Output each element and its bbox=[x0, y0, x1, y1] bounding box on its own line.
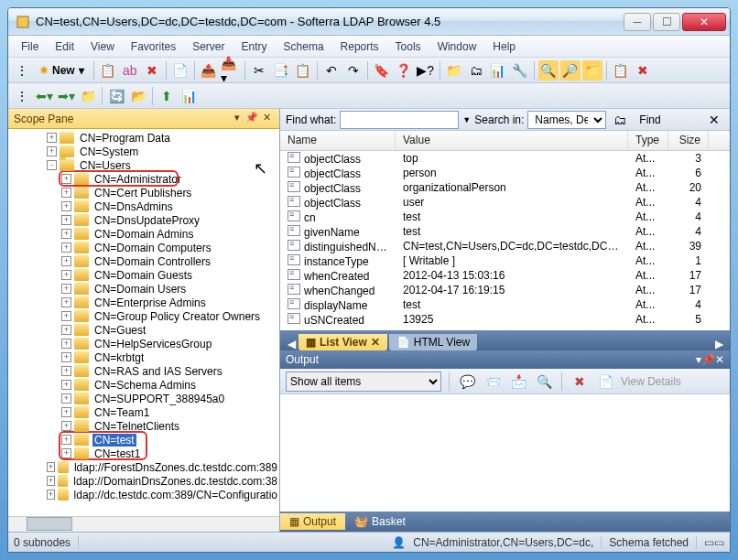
search2-icon[interactable]: 🔎 bbox=[560, 60, 581, 81]
forward-button[interactable]: ➡▾ bbox=[56, 86, 76, 106]
menu-tools[interactable]: Tools bbox=[388, 38, 429, 55]
filter-icon[interactable]: 📋 bbox=[611, 60, 631, 81]
close-button[interactable]: ✕ bbox=[682, 13, 726, 31]
tab-htmlview[interactable]: 📄HTML View bbox=[389, 334, 477, 350]
close-tab-icon[interactable]: ✕ bbox=[371, 336, 380, 349]
close-pane-icon[interactable]: ✕ bbox=[259, 112, 274, 126]
out-delete-icon[interactable]: ✖ bbox=[570, 372, 590, 392]
tree-node[interactable]: +CN=test bbox=[8, 433, 279, 447]
delete-icon[interactable]: ✖ bbox=[142, 60, 162, 81]
context-help-icon[interactable]: ▶? bbox=[416, 60, 436, 81]
minimize-button[interactable]: ─ bbox=[624, 13, 651, 31]
list-row[interactable]: givenNametestAt...4 bbox=[280, 224, 730, 239]
list-row[interactable]: objectClassorganizationalPersonAt...20 bbox=[280, 180, 730, 195]
import-icon[interactable]: 📥▾ bbox=[221, 60, 241, 81]
tree-node[interactable]: +CN=Domain Guests bbox=[8, 268, 279, 282]
list-row[interactable]: objectClassuserAt...4 bbox=[280, 195, 730, 210]
expand-icon[interactable]: + bbox=[47, 476, 55, 486]
tree-node[interactable]: +CN=Cert Publishers bbox=[8, 186, 279, 199]
tree-node[interactable]: +CN=Schema Admins bbox=[8, 378, 279, 392]
menu-favorites[interactable]: Favorites bbox=[124, 38, 183, 55]
list-row[interactable]: displayNametestAt...4 bbox=[280, 297, 730, 312]
expand-icon[interactable]: + bbox=[61, 393, 71, 404]
expand-icon[interactable]: + bbox=[61, 188, 71, 198]
expand-icon[interactable]: + bbox=[47, 462, 55, 472]
close-find-icon[interactable]: ✕ bbox=[704, 110, 724, 130]
h-scrollbar[interactable] bbox=[8, 516, 279, 532]
tree-node[interactable]: +CN=DnsUpdateProxy bbox=[8, 213, 279, 227]
tree-node[interactable]: +CN=Domain Admins bbox=[8, 227, 279, 241]
tree-node[interactable]: +CN=Group Policy Creator Owners bbox=[8, 309, 279, 323]
tab-left-arrow-icon[interactable]: ◀ bbox=[284, 338, 298, 350]
tool-d-icon[interactable]: 🔧 bbox=[510, 60, 530, 81]
col-type[interactable]: Type bbox=[628, 131, 668, 150]
out-icon-4[interactable]: 🔍 bbox=[534, 372, 554, 392]
bookmark-icon[interactable]: 🔖 bbox=[372, 60, 392, 81]
properties-icon[interactable]: 📄 bbox=[170, 60, 190, 81]
expand-icon[interactable]: + bbox=[61, 229, 71, 239]
copy-dn-icon[interactable]: 📋 bbox=[98, 60, 118, 81]
tree-node[interactable]: +CN=Team1 bbox=[8, 405, 279, 419]
dropdown-icon[interactable]: ▾ bbox=[230, 112, 244, 126]
level-icon[interactable]: 📊 bbox=[179, 86, 199, 106]
tree-node[interactable]: +CN=Guest bbox=[8, 323, 279, 337]
output-filter[interactable]: Show all items bbox=[286, 372, 441, 392]
expand-icon[interactable]: + bbox=[61, 297, 71, 307]
expand-icon[interactable]: + bbox=[61, 270, 71, 280]
redo-icon[interactable]: ↷ bbox=[343, 60, 364, 81]
output-close-icon[interactable]: ✕ bbox=[715, 353, 724, 366]
tool-b-icon[interactable]: 🗂 bbox=[466, 60, 486, 81]
expand-icon[interactable]: + bbox=[47, 133, 57, 143]
help-icon[interactable]: ❓ bbox=[394, 60, 414, 81]
list-row[interactable]: whenChanged2012-04-17 16:19:15At...17 bbox=[280, 283, 730, 297]
list-row[interactable]: objectClasstopAt...3 bbox=[280, 151, 730, 166]
tree-node[interactable]: +ldap://ForestDnsZones.dc.testdc.com:389 bbox=[8, 460, 279, 474]
tree-node[interactable]: -CN=Users bbox=[8, 158, 279, 172]
menu-view[interactable]: View bbox=[83, 38, 122, 55]
expand-icon[interactable]: + bbox=[61, 339, 71, 349]
list-header[interactable]: Name Value Type Size bbox=[280, 131, 730, 151]
tree-view[interactable]: +CN=Program Data+CN=System-CN=Users+CN=A… bbox=[8, 129, 279, 532]
expand-icon[interactable]: + bbox=[61, 215, 71, 225]
col-size[interactable]: Size bbox=[668, 131, 709, 150]
tree-node[interactable]: +CN=Program Data bbox=[8, 131, 279, 145]
tree-node[interactable]: +CN=SUPPORT_388945a0 bbox=[8, 392, 279, 405]
menu-entry[interactable]: Entry bbox=[234, 38, 275, 55]
tree-node[interactable]: +ldap://dc.testdc.com:389/CN=Configurati… bbox=[8, 488, 279, 501]
expand-icon[interactable]: + bbox=[61, 448, 71, 458]
undo-icon[interactable]: ↶ bbox=[321, 60, 342, 81]
expand-icon[interactable]: + bbox=[47, 490, 55, 500]
rename-icon[interactable]: ab bbox=[120, 60, 140, 81]
tree-node[interactable]: +CN=Domain Users bbox=[8, 282, 279, 296]
list-view[interactable]: objectClasstopAt...3objectClasspersonAt.… bbox=[280, 151, 730, 330]
maximize-button[interactable]: ☐ bbox=[653, 13, 680, 31]
menu-schema[interactable]: Schema bbox=[277, 38, 331, 55]
tree-node[interactable]: +CN=DnsAdmins bbox=[8, 199, 279, 213]
tree-node[interactable]: +CN=HelpServicesGroup bbox=[8, 337, 279, 350]
out-icon-1[interactable]: 💬 bbox=[457, 372, 477, 392]
tree-node[interactable]: +CN=Domain Controllers bbox=[8, 254, 279, 268]
back-button[interactable]: ⬅▾ bbox=[34, 86, 54, 106]
menu-file[interactable]: File bbox=[14, 38, 46, 55]
expand-icon[interactable]: + bbox=[61, 325, 71, 335]
list-row[interactable]: cntestAt...4 bbox=[280, 210, 730, 224]
tab-basket[interactable]: 🧺Basket bbox=[345, 513, 415, 530]
tool-c-icon[interactable]: 📊 bbox=[488, 60, 508, 81]
output-pin-icon[interactable]: 📌 bbox=[701, 353, 715, 366]
copy-icon[interactable]: 📑 bbox=[271, 60, 291, 81]
list-row[interactable]: uSNCreated13925At...5 bbox=[280, 312, 730, 327]
tree-node[interactable]: +CN=Domain Computers bbox=[8, 241, 279, 254]
tab-output[interactable]: ▦Output bbox=[280, 513, 345, 530]
menu-reports[interactable]: Reports bbox=[333, 38, 386, 55]
expand-icon[interactable]: + bbox=[47, 146, 57, 156]
titlebar[interactable]: CN=test,CN=Users,DC=dc,DC=testdc,DC=com … bbox=[8, 8, 730, 36]
expand-icon[interactable]: + bbox=[61, 174, 71, 184]
find-input[interactable] bbox=[340, 111, 459, 129]
out-icon-3[interactable]: 📩 bbox=[508, 372, 528, 392]
clear-icon[interactable]: ✖ bbox=[633, 60, 653, 81]
expand-icon[interactable]: + bbox=[61, 352, 71, 362]
out-icon-2[interactable]: 📨 bbox=[483, 372, 503, 392]
tree-node[interactable]: +CN=krbtgt bbox=[8, 350, 279, 364]
find-scope-icon[interactable]: 🗂 bbox=[610, 110, 630, 130]
menu-server[interactable]: Server bbox=[185, 38, 232, 55]
